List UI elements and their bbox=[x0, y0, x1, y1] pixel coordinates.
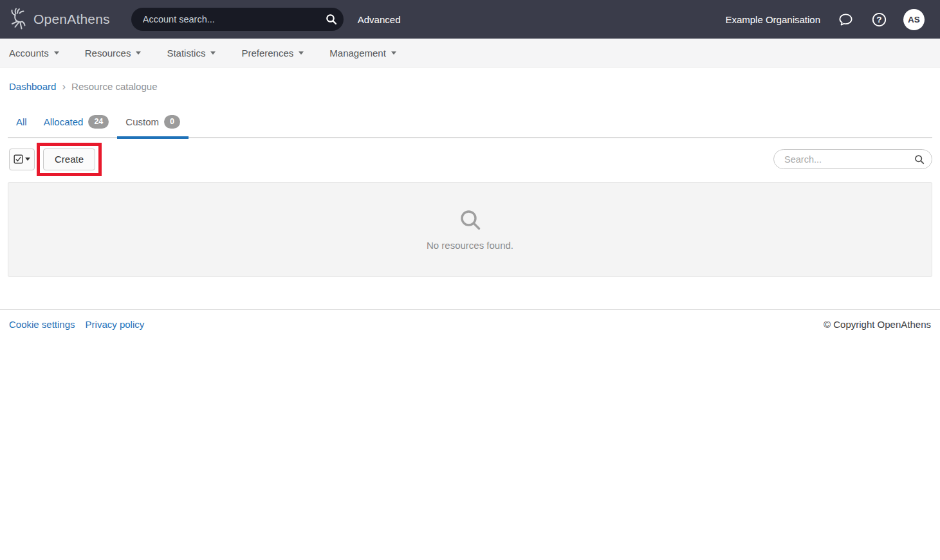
cookie-settings-link[interactable]: Cookie settings bbox=[9, 319, 75, 330]
chevron-down-icon bbox=[391, 51, 396, 55]
toolbar: Create bbox=[8, 143, 932, 176]
breadcrumb-separator-icon: › bbox=[62, 81, 66, 92]
tab-custom[interactable]: Custom 0 bbox=[117, 108, 189, 137]
openathens-logo-icon bbox=[9, 7, 28, 32]
breadcrumb-current: Resource catalogue bbox=[71, 81, 157, 92]
empty-state-message: No resources found. bbox=[427, 240, 513, 251]
search-icon[interactable] bbox=[914, 154, 925, 165]
chevron-down-icon bbox=[54, 51, 59, 55]
chevron-down-icon bbox=[210, 51, 216, 55]
brand-name: OpenAthens bbox=[33, 12, 110, 27]
tab-all[interactable]: All bbox=[8, 108, 35, 137]
nav-item-label: Accounts bbox=[9, 48, 49, 59]
nav-item-statistics[interactable]: Statistics bbox=[167, 48, 216, 59]
annotation-highlight-box: Create bbox=[37, 143, 102, 176]
tab-allocated[interactable]: Allocated 24 bbox=[35, 108, 118, 137]
copyright-text: © Copyright OpenAthens bbox=[824, 319, 931, 330]
chevron-down-icon bbox=[299, 51, 304, 55]
feedback-button[interactable] bbox=[838, 12, 854, 28]
resource-tabs: All Allocated 24 Custom 0 bbox=[8, 108, 932, 138]
chevron-down-icon bbox=[25, 158, 30, 161]
empty-state-panel: No resources found. bbox=[8, 182, 932, 277]
resource-search bbox=[773, 149, 932, 169]
breadcrumb: Dashboard › Resource catalogue bbox=[0, 68, 940, 92]
nav-item-label: Resources bbox=[85, 48, 131, 59]
footer: Cookie settings Privacy policy © Copyrig… bbox=[0, 309, 940, 330]
openathens-logo[interactable]: OpenAthens bbox=[9, 7, 110, 32]
breadcrumb-dashboard-link[interactable]: Dashboard bbox=[9, 81, 56, 92]
tab-label: Allocated bbox=[44, 116, 84, 127]
organisation-name: Example Organisation bbox=[725, 14, 820, 25]
help-glyph: ? bbox=[876, 15, 881, 24]
nav-item-label: Preferences bbox=[241, 48, 293, 59]
top-header: OpenAthens Advanced Example Organisation… bbox=[0, 0, 940, 39]
tab-label: Custom bbox=[125, 116, 159, 127]
tab-label: All bbox=[16, 116, 27, 127]
search-icon bbox=[326, 14, 337, 25]
chevron-down-icon bbox=[136, 51, 141, 55]
avatar-initials: AS bbox=[908, 15, 920, 24]
nav-item-management[interactable]: Management bbox=[329, 48, 396, 59]
advanced-search-link[interactable]: Advanced bbox=[358, 14, 401, 25]
bulk-select-button[interactable] bbox=[9, 149, 35, 170]
no-results-search-icon bbox=[459, 208, 482, 231]
nav-item-resources[interactable]: Resources bbox=[85, 48, 142, 59]
resource-search-input[interactable] bbox=[773, 149, 932, 169]
avatar[interactable]: AS bbox=[903, 9, 925, 30]
custom-count-badge: 0 bbox=[164, 115, 180, 129]
account-search bbox=[131, 8, 344, 31]
help-icon: ? bbox=[871, 12, 887, 28]
help-button[interactable]: ? bbox=[871, 12, 887, 28]
create-button[interactable]: Create bbox=[43, 149, 95, 170]
chat-bubble-icon bbox=[838, 12, 854, 28]
nav-item-accounts[interactable]: Accounts bbox=[9, 48, 59, 59]
account-search-button[interactable] bbox=[322, 10, 341, 29]
checkbox-icon bbox=[14, 154, 23, 164]
privacy-policy-link[interactable]: Privacy policy bbox=[86, 319, 145, 330]
allocated-count-badge: 24 bbox=[88, 115, 109, 129]
nav-item-preferences[interactable]: Preferences bbox=[241, 48, 304, 59]
nav-item-label: Management bbox=[329, 48, 386, 59]
account-search-input[interactable] bbox=[131, 8, 344, 31]
main-nav: Accounts Resources Statistics Preference… bbox=[0, 39, 940, 68]
nav-item-label: Statistics bbox=[167, 48, 205, 59]
